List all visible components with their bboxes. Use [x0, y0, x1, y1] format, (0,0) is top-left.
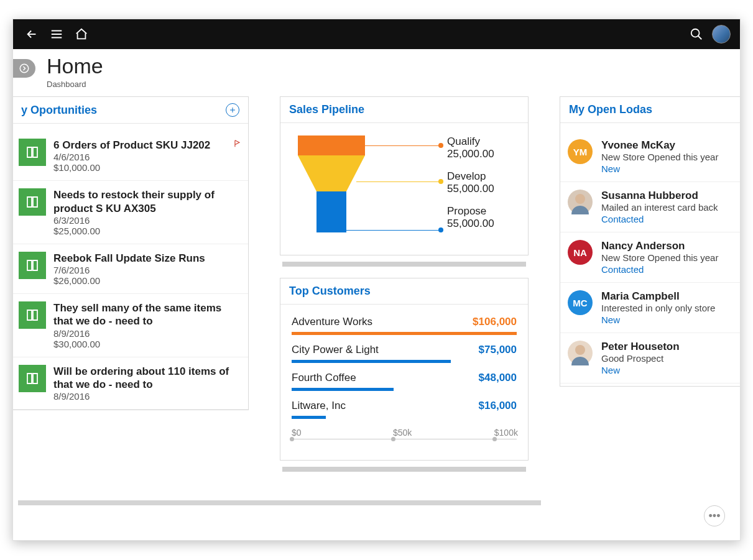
avatar-icon: [712, 25, 731, 44]
opportunity-date: 8/9/2016: [53, 391, 242, 402]
lead-status: Contacted: [601, 214, 718, 224]
opportunity-title: They sell many of the same items that we…: [53, 301, 242, 328]
menu-button[interactable]: [44, 19, 69, 49]
customer-row[interactable]: Adventure Works $106,000: [292, 312, 517, 340]
lead-status: Contacted: [601, 264, 718, 275]
lead-item[interactable]: NA Nancy Anderson New Store Opened this …: [560, 232, 740, 283]
customer-row[interactable]: Fourth Coffee $48,000: [292, 368, 517, 396]
lead-name: Susanna Hubberod: [601, 190, 718, 202]
lead-item[interactable]: Peter Houseton Good Prospect New: [560, 333, 740, 383]
opportunity-amount: $25,000.00: [53, 226, 242, 236]
pipeline-funnel-chart: [292, 135, 447, 241]
lead-avatar-initials: YM: [568, 139, 593, 164]
expand-sidebar-button[interactable]: [13, 59, 35, 78]
axis-tick-dot: [391, 437, 395, 441]
axis-tick-label: $0: [292, 428, 302, 438]
opportunity-icon: [19, 139, 46, 166]
customer-bar: [292, 332, 517, 335]
home-icon: [75, 27, 88, 41]
opportunity-title: Needs to restock their supply of product…: [53, 188, 242, 215]
lead-avatar-initials: NA: [568, 240, 593, 265]
lead-avatar-photo: [568, 341, 593, 365]
stage-value: 25,000.00: [447, 148, 517, 160]
customer-value: $48,000: [479, 372, 517, 384]
plus-icon: [229, 106, 236, 114]
customer-bar: [292, 416, 326, 419]
top-customers-card: Top Customers Adventure Works $106,000 C…: [280, 278, 529, 461]
pipeline-card: Sales Pipeline: [280, 96, 529, 255]
back-button[interactable]: [19, 19, 44, 49]
svg-point-0: [691, 29, 700, 37]
stage-name: Qualify: [447, 135, 517, 148]
customer-name: Adventure Works: [292, 316, 372, 328]
customer-bar: [292, 360, 451, 363]
axis-tick-label: $50k: [393, 428, 412, 438]
lead-item[interactable]: Susanna Hubberod Mailed an interest card…: [560, 182, 740, 232]
opportunity-date: 7/6/2016: [53, 265, 205, 275]
page-header: Home Dashboard: [13, 49, 740, 96]
lead-item[interactable]: YM Yvonee McKay New Store Opened this ye…: [560, 132, 740, 182]
lead-desc: Mailed an interest card back: [601, 202, 718, 213]
lead-avatar-photo: [568, 190, 593, 214]
opportunity-amount: $26,000.00: [53, 275, 205, 286]
pipeline-stage: Propose 55,000.00: [447, 205, 517, 240]
lead-desc: New Store Opened this year: [601, 152, 718, 162]
more-actions-button[interactable]: •••: [704, 505, 725, 526]
customer-value: $106,000: [473, 316, 517, 328]
lead-status: New: [601, 365, 680, 375]
lead-avatar-initials: MC: [568, 290, 593, 315]
customer-name: Litware, Inc: [292, 400, 346, 412]
add-opportunity-button[interactable]: [226, 103, 239, 117]
opportunity-item[interactable]: Reebok Fall Update Size Runs 7/6/2016 $2…: [12, 244, 248, 294]
search-button[interactable]: [684, 19, 709, 49]
customer-value: $16,000: [479, 400, 517, 412]
opportunity-item[interactable]: 6 Orders of Product SKU JJ202 4/6/2016 $…: [12, 131, 248, 181]
top-customers-title: Top Customers: [289, 285, 371, 298]
leads-title: My Open Lodas: [569, 103, 652, 116]
opportunity-item[interactable]: They sell many of the same items that we…: [12, 294, 248, 357]
customer-row[interactable]: Litware, Inc $16,000: [292, 396, 517, 424]
opportunity-item[interactable]: Needs to restock their supply of product…: [12, 181, 248, 244]
customers-axis: $0 $50k $100k: [292, 428, 517, 446]
card-shadow: [282, 467, 526, 472]
lead-desc: Interested in only only store: [601, 303, 715, 313]
pipeline-stage: Qualify 25,000.00: [447, 135, 517, 170]
card-shadow: [282, 262, 526, 267]
axis-tick-dot: [290, 437, 294, 441]
customer-row[interactable]: City Power & Light $75,000: [292, 340, 517, 368]
opportunity-amount: $30,000.00: [53, 339, 242, 349]
axis-tick-dot: [492, 437, 497, 441]
stage-value: 55,000.00: [447, 183, 517, 195]
svg-point-4: [575, 345, 585, 355]
lead-name: Yvonee McKay: [601, 139, 718, 152]
svg-point-3: [575, 194, 585, 204]
svg-point-1: [20, 64, 29, 73]
customer-value: $75,000: [479, 344, 517, 356]
opportunity-title: Will be ordering about 110 items of that…: [53, 365, 242, 392]
flag-icon: [233, 139, 242, 173]
opportunities-card: y Oportunities 6 Orders of Product SKU J…: [12, 96, 249, 410]
customer-name: Fourth Coffee: [292, 372, 356, 384]
opportunity-item[interactable]: Will be ordering about 110 items of that…: [12, 357, 248, 410]
hamburger-icon: [50, 27, 63, 41]
home-button[interactable]: [69, 19, 94, 49]
customer-bar: [292, 388, 394, 391]
opportunity-icon: [19, 365, 46, 392]
arrow-left-icon: [25, 27, 39, 41]
opportunity-amount: $10,000.00: [53, 162, 210, 173]
stage-name: Propose: [447, 205, 517, 218]
opportunity-date: 6/3/2016: [53, 215, 242, 226]
stage-name: Develop: [447, 170, 517, 183]
opportunity-date: 8/9/2016: [53, 328, 242, 339]
opportunities-title: y Oportunities: [21, 104, 97, 117]
profile-button[interactable]: [709, 19, 734, 49]
search-icon: [690, 27, 703, 41]
lead-desc: New Store Opened this year: [601, 252, 718, 263]
opportunity-icon: [19, 252, 46, 279]
customer-name: City Power & Light: [292, 344, 379, 356]
opportunity-icon: [19, 301, 46, 329]
chevron-right-icon: [19, 63, 30, 74]
lead-status: New: [601, 314, 715, 325]
lead-item[interactable]: MC Maria Campbell Interested in only onl…: [560, 283, 740, 333]
lead-status: New: [601, 163, 718, 174]
